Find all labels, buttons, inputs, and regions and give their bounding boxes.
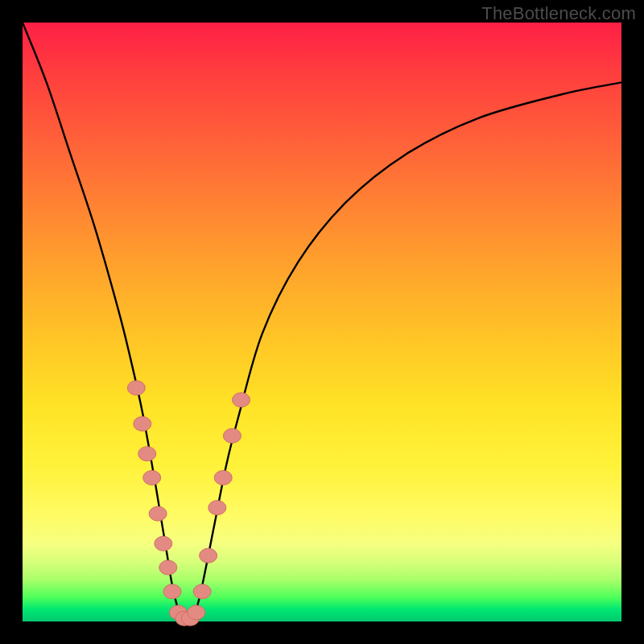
highlighted-points-group [127, 381, 250, 625]
marker-dot [134, 416, 151, 431]
marker-dot [200, 548, 217, 563]
marker-dot [159, 560, 177, 575]
plot-area [23, 23, 621, 621]
chart-overlay-svg [23, 23, 621, 621]
marker-dot [208, 501, 226, 515]
marker-dot [155, 536, 172, 551]
marker-dot [143, 470, 161, 485]
marker-dot [163, 584, 181, 599]
marker-dot [223, 428, 241, 443]
marker-dot [214, 470, 232, 485]
marker-dot [149, 506, 167, 521]
marker-dot [193, 584, 211, 599]
marker-dot [188, 605, 205, 620]
chart-frame: TheBottleneck.com [0, 0, 644, 644]
watermark-text: TheBottleneck.com [481, 3, 636, 24]
marker-dot [233, 393, 250, 407]
marker-dot [127, 381, 145, 395]
bottleneck-curve [23, 23, 621, 623]
marker-dot [138, 447, 156, 461]
